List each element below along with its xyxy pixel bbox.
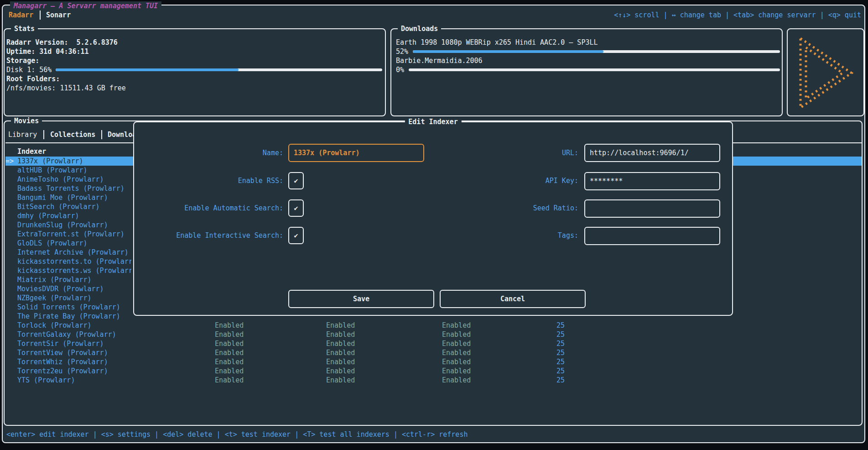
edit-indexer-modal: Edit Indexer Name: 1337x (Prowlarr) URL:…: [133, 121, 733, 316]
indexer-list-item[interactable]: DrunkenSlug (Prowlarr): [17, 220, 131, 230]
download-item-name: Barbie.Mermaidia.2006: [396, 56, 483, 65]
enable-automatic-search-checkbox[interactable]: ✔: [288, 199, 304, 217]
url-label: URL:: [442, 148, 578, 157]
indexer-priority-cell: 25: [525, 321, 565, 330]
indexer-priority-cell: 25: [525, 348, 565, 357]
managarr-logo-icon: [793, 32, 860, 114]
indexer-list-item[interactable]: dmhy (Prowlarr): [17, 211, 131, 220]
movies-tab-separator: [101, 130, 102, 139]
indexer-list-item[interactable]: GloDLS (Prowlarr): [17, 239, 131, 248]
indexer-list-item[interactable]: ExtraTorrent.st (Prowlarr): [17, 230, 131, 239]
indexer-priority-cell: 25: [525, 366, 565, 376]
indexer-list-item[interactable]: kickasstorrents.to (Prowlarr): [17, 257, 131, 266]
indexer-list-item[interactable]: Torlock (Prowlarr): [17, 321, 131, 330]
download-progress-bar: [413, 50, 780, 53]
enable-interactive-search-label: Enable Interactive Search:: [146, 231, 283, 240]
indexer-enabled-cell: Enabled: [442, 376, 471, 385]
indexer-list-item[interactable]: The Pirate Bay (Prowlarr): [17, 312, 131, 321]
download-progress-fill: [413, 50, 604, 53]
indexer-enabled-cell: Enabled: [442, 366, 471, 376]
indexer-list-item[interactable]: TorrentView (Prowlarr): [17, 348, 131, 357]
indexer-enabled-cell: Enabled: [215, 366, 244, 376]
stats-version: Radarr Version: 5.2.6.8376: [6, 38, 118, 47]
indexer-enabled-cell: Enabled: [326, 321, 355, 330]
indexer-enabled-cell: Enabled: [442, 330, 471, 339]
movies-panel-title: Movies: [11, 116, 42, 126]
indexer-enabled-cell: Enabled: [215, 376, 244, 385]
indexer-list-item[interactable]: TorrentGalaxy (Prowlarr): [17, 330, 131, 339]
indexer-list-item[interactable]: altHUB (Prowlarr): [17, 166, 131, 175]
indexer-priority-cell: 25: [525, 339, 565, 348]
indexer-enabled-cell: Enabled: [326, 330, 355, 339]
enable-rss-label: Enable RSS:: [146, 176, 283, 185]
indexer-list-item[interactable]: kickasstorrents.ws (Prowlarr): [17, 266, 131, 275]
indexer-list-item[interactable]: TorrentSir (Prowlarr): [17, 339, 131, 348]
indexer-list-item[interactable]: 1337x (Prowlarr): [17, 157, 131, 166]
indexer-enabled-cell: Enabled: [215, 357, 244, 366]
indexer-enabled-cell: Enabled: [442, 321, 471, 330]
tab-sonarr[interactable]: Sonarr: [46, 10, 71, 20]
indexer-enabled-cell: Enabled: [215, 348, 244, 357]
api-key-label: API Key:: [442, 176, 578, 185]
stats-storage-label: Storage:: [6, 56, 39, 65]
indexer-list-item[interactable]: BitSearch (Prowlarr): [17, 202, 131, 211]
selection-cursor: =>: [5, 157, 14, 166]
indexer-list-item[interactable]: AnimeTosho (Prowlarr): [17, 175, 131, 184]
stats-panel-title: Stats: [11, 24, 38, 33]
indexer-list-item[interactable]: MoviesDVDR (Prowlarr): [17, 284, 131, 293]
indexer-enabled-cell: Enabled: [326, 339, 355, 348]
indexer-column-header: Indexer: [17, 147, 46, 156]
stats-rootfolder-line: /nfs/movies: 11511.43 GB free: [6, 84, 126, 93]
indexer-list-item[interactable]: Bangumi Moe (Prowlarr): [17, 193, 131, 202]
seed-ratio-label: Seed Ratio:: [442, 204, 578, 213]
managarr-screen: Managarr – A Servarr management TUI Rada…: [0, 0, 868, 450]
indexer-priority-cell: 25: [525, 330, 565, 339]
stats-disk-label: Disk 1: 56%: [6, 65, 52, 74]
enable-interactive-search-checkbox[interactable]: ✔: [288, 227, 304, 244]
url-input[interactable]: http://localhost:9696/1/: [584, 144, 720, 162]
bottom-keybinds: <enter> edit indexer | <s> settings | <d…: [6, 430, 468, 439]
movies-tab-collections[interactable]: Collections: [50, 130, 95, 139]
indexer-priority-cell: 25: [525, 357, 565, 366]
seed-ratio-input[interactable]: [584, 199, 720, 218]
indexer-enabled-cell: Enabled: [326, 348, 355, 357]
movies-tab-downloads[interactable]: Downloads: [108, 130, 133, 139]
tab-radarr[interactable]: Radarr: [9, 10, 33, 20]
tab-separator: [40, 10, 41, 20]
download-item-percent: 52%: [396, 47, 408, 56]
indexer-list-item[interactable]: TorrentWhiz (Prowlarr): [17, 357, 131, 366]
tags-input[interactable]: [584, 227, 720, 245]
indexer-enabled-cell: Enabled: [215, 330, 244, 339]
stats-rootfolders-label: Root Folders:: [6, 74, 60, 84]
indexer-list-item[interactable]: Badass Torrents (Prowlarr): [17, 184, 131, 193]
stats-uptime: Uptime: 31d 04:36:11: [6, 47, 89, 56]
download-item-name: Earth 1998 1080p WEBRip x265 Hindi AAC2.…: [396, 38, 598, 47]
app-title: Managarr – A Servarr management TUI: [10, 1, 161, 10]
indexer-list-item[interactable]: NZBgeek (Prowlarr): [17, 293, 131, 303]
indexer-enabled-cell: Enabled: [442, 348, 471, 357]
indexer-enabled-cell: Enabled: [326, 376, 355, 385]
top-keybinds: <↑↓> scroll | ↔ change tab | <tab> chang…: [614, 10, 861, 20]
enable-rss-checkbox[interactable]: ✔: [288, 172, 304, 189]
api-key-input[interactable]: ********: [584, 172, 720, 190]
indexer-list-item[interactable]: Solid Torrents (Prowlarr): [17, 303, 131, 312]
downloads-panel-title: Downloads: [398, 24, 441, 33]
download-progress-bar: [409, 68, 780, 71]
indexer-list-item[interactable]: Torrentz2eu (Prowlarr): [17, 366, 131, 376]
indexer-enabled-cell: Enabled: [215, 321, 244, 330]
name-label: Name:: [146, 148, 283, 157]
indexer-enabled-cell: Enabled: [215, 339, 244, 348]
name-input[interactable]: 1337x (Prowlarr): [288, 144, 424, 162]
logo-panel: [787, 28, 864, 116]
download-item-percent: 0%: [396, 65, 404, 74]
indexer-list-item[interactable]: YTS (Prowlarr): [17, 376, 131, 385]
tags-label: Tags:: [442, 231, 578, 240]
cancel-button[interactable]: Cancel: [440, 290, 586, 308]
movies-tab-library[interactable]: Library: [8, 130, 37, 139]
indexer-list-item[interactable]: Miatrix (Prowlarr): [17, 275, 131, 284]
indexer-enabled-cell: Enabled: [442, 339, 471, 348]
save-button[interactable]: Save: [288, 290, 434, 308]
indexer-priority-cell: 25: [525, 376, 565, 385]
indexer-enabled-cell: Enabled: [442, 357, 471, 366]
indexer-list-item[interactable]: Internet Archive (Prowlarr): [17, 248, 131, 257]
